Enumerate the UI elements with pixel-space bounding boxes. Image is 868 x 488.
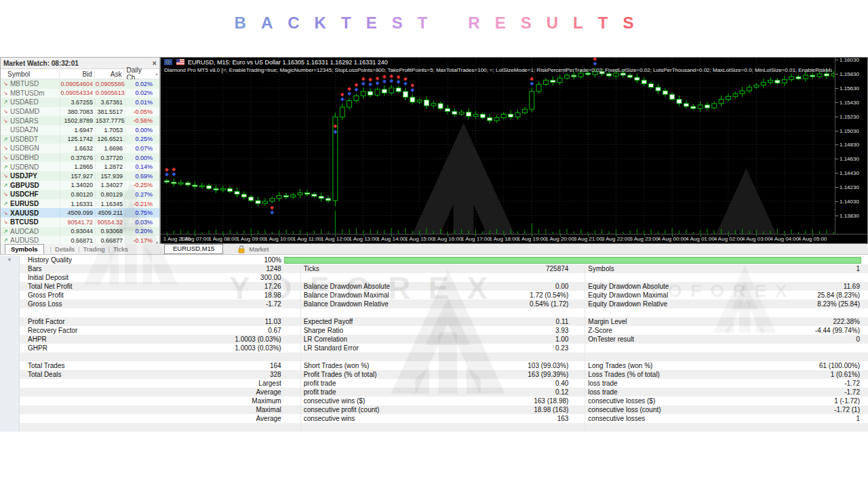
market-watch-row[interactable]: ↘BTCUSD90541.7290554.320.03% xyxy=(1,218,159,227)
price-tick xyxy=(835,88,838,89)
result-row[interactable]: Total Net Profit17.26Balance Drawdown Ab… xyxy=(0,282,868,291)
column-ask[interactable]: Ask xyxy=(95,70,125,78)
result-row[interactable]: Total Trades164Short Trades (won %)103 (… xyxy=(0,361,868,370)
result-value: 725874 xyxy=(546,264,568,273)
column-gap xyxy=(284,388,300,396)
daily-change-value: 0.00% xyxy=(125,127,155,134)
result-value: 222.38% xyxy=(833,317,860,326)
result-row[interactable]: Profit Factor11.03Expected Payoff0.11Mar… xyxy=(0,317,868,326)
symbol-name: EURUSD xyxy=(10,200,60,207)
result-value: 0.67 xyxy=(268,326,281,335)
market-watch-row[interactable]: ·USDAZN1.69471.70530.00% xyxy=(1,125,159,135)
time-tick xyxy=(644,235,645,237)
time-tick xyxy=(701,235,701,237)
candlestick-chart[interactable] xyxy=(161,58,835,235)
market-watch-row[interactable]: ↗USDBND1.28651.28720.14% xyxy=(1,162,159,171)
market-watch-row[interactable]: ↗GBPUSD1.340201.34027-0.25% xyxy=(1,181,159,190)
column-gap xyxy=(571,317,585,326)
trend-down-icon: ↘ xyxy=(1,155,10,161)
result-value: 0.54% (1.72) xyxy=(530,300,568,308)
result-value: 164 xyxy=(270,361,281,370)
row-gutter xyxy=(0,291,20,300)
result-row[interactable]: Maximumconsecutive wins ($)163 (18.98)co… xyxy=(0,396,868,405)
daily-change-value: -0.56% xyxy=(125,117,155,124)
market-watch-row[interactable]: ↘USDJPY157.927157.9390.69% xyxy=(1,171,159,181)
result-value: 3.93 xyxy=(555,326,568,335)
result-label: Long Trades (won %) xyxy=(588,361,652,370)
result-row[interactable]: Gross Profit18.98Balance Drawdown Maxima… xyxy=(0,291,868,300)
market-watch-row[interactable]: ↘USDBGN1.66321.66960.07% xyxy=(1,144,159,153)
ask-value: 0.09055864 xyxy=(96,81,125,87)
bid-value: 1.34020 xyxy=(60,182,96,188)
result-value: 100% xyxy=(264,256,281,264)
result-row[interactable]: AHPR1.0003 (0.03%)LR Correlation1.00OnTe… xyxy=(0,335,868,344)
time-axis[interactable]: 1 Aug 20251 Aug 07:001 Aug 08:001 Aug 09… xyxy=(161,234,867,243)
market-watch-header-row: Symbol Bid Ask Daily Ch... ▲ xyxy=(1,69,159,79)
result-row[interactable]: ×History Quality100% xyxy=(0,256,868,264)
result-row[interactable]: Maximalconsecutive profit (count)18.98 (… xyxy=(0,405,868,414)
time-tick-label: 4 Aug 02:00 xyxy=(714,236,743,242)
time-tick-label: 1 Aug 07:00 xyxy=(180,236,210,242)
market-watch-row[interactable]: ↘MBTUSDm0.090543340.090561340.02% xyxy=(1,89,159,98)
collapse-icon[interactable]: × xyxy=(0,256,20,264)
price-axis[interactable]: 1.160301.158301.156301.154301.152301.150… xyxy=(835,58,867,235)
result-row[interactable]: Averageprofit trade0.12loss trade-1.72 xyxy=(0,388,868,396)
tab-symbols[interactable]: Symbols xyxy=(5,244,44,254)
tab-trading[interactable]: Trading xyxy=(83,245,105,253)
column-gap xyxy=(571,379,585,388)
market-watch-row[interactable]: ↗AUDCAD0.930440.930680.20% xyxy=(1,227,159,237)
result-row[interactable]: Total Deals328Profit Trades (% of total)… xyxy=(0,370,868,379)
column-bid[interactable]: Bid xyxy=(60,70,95,78)
bid-value: 0.93044 xyxy=(60,228,96,235)
chart-tab-eurusd-m15[interactable]: EURUSD,M15 xyxy=(164,244,223,254)
symbol-name: USDAED xyxy=(10,98,60,106)
market-watch-row[interactable]: ↗USDAED3.672553.673810.01% xyxy=(1,98,159,107)
symbol-name: USDAZN xyxy=(10,126,60,134)
market-watch-row[interactable]: ↘USDARS1502.87891537.7775-0.56% xyxy=(1,116,159,125)
result-label: loss trade xyxy=(588,388,617,396)
result-label: Total Trades xyxy=(28,361,64,370)
tab-details[interactable]: Details xyxy=(55,245,75,253)
market-watch-row[interactable]: ↗USDBDT125.1742126.65210.25% xyxy=(1,135,159,144)
market-watch-row[interactable]: ↘USDCHF0.801200.801290.27% xyxy=(1,190,159,199)
column-symbol[interactable]: Symbol xyxy=(1,70,60,78)
result-row[interactable]: Bars1248Ticks725874Symbols1 xyxy=(0,264,868,273)
market-label[interactable]: Market xyxy=(249,245,269,253)
trend-up-icon: ↗ xyxy=(1,136,10,142)
trend-up-icon: ↗ xyxy=(1,201,10,207)
market-watch-row[interactable]: ↗EURUSD1.163311.16345-0.21% xyxy=(1,199,159,209)
result-label: Equity Drawdown Maximal xyxy=(588,291,668,300)
result-label: LR Correlation xyxy=(304,335,347,344)
result-label: LR Standard Error xyxy=(304,344,359,352)
result-value: 0.23 xyxy=(555,344,568,352)
market-watch-row[interactable]: ↘USDAMD380.7083381.5517-0.05% xyxy=(1,107,159,117)
time-tick xyxy=(335,235,336,237)
market-watch-row[interactable]: ↘USDBHD0.376760.377200.00% xyxy=(1,153,159,163)
result-value: 11.69 xyxy=(844,282,860,291)
time-tick xyxy=(672,235,673,237)
result-label: Z-Score xyxy=(588,326,612,335)
result-row[interactable]: Averageconsecutive wins163consecutive lo… xyxy=(0,414,868,423)
time-tick-label: 1 Aug 15:00 xyxy=(405,236,434,242)
time-tick-label: 3 Aug 21:00 xyxy=(574,236,603,242)
row-gutter xyxy=(0,423,20,432)
time-tick xyxy=(195,235,195,237)
result-row[interactable]: Gross Loss-1.72Balance Drawdown Relative… xyxy=(0,300,868,308)
tab-ticks[interactable]: Ticks xyxy=(113,245,128,253)
market-watch-row[interactable]: ↘XAUUSD4509.0994509.2110.75% xyxy=(1,208,159,218)
result-row[interactable]: GHPR1.0003 (0.03%)LR Standard Error0.23 xyxy=(0,344,868,352)
trend-flat-icon: · xyxy=(1,127,10,133)
result-row[interactable]: Largestprofit trade0.40loss trade-1.72 xyxy=(0,379,868,388)
scroll-up-icon[interactable]: ▲ xyxy=(154,72,159,76)
daily-change-value: -0.25% xyxy=(125,182,155,188)
result-row[interactable]: Recovery Factor0.67Sharpe Ratio3.93Z-Sco… xyxy=(0,326,868,335)
time-tick xyxy=(756,235,757,237)
chart-panel[interactable]: EURUSD, M15: Euro vs US Dollar 1.16305 1… xyxy=(160,57,868,244)
market-watch-row[interactable]: ↘MBTUSD0.090546040.090558640.02% xyxy=(1,79,159,89)
result-row[interactable]: Initial Deposit300.00 xyxy=(0,273,868,282)
symbol-name: USDJPY xyxy=(10,172,60,180)
bid-value: 1.2865 xyxy=(60,163,96,170)
row-gutter xyxy=(0,361,20,370)
result-label: Initial Deposit xyxy=(28,273,68,282)
title-letter: C xyxy=(288,14,299,33)
